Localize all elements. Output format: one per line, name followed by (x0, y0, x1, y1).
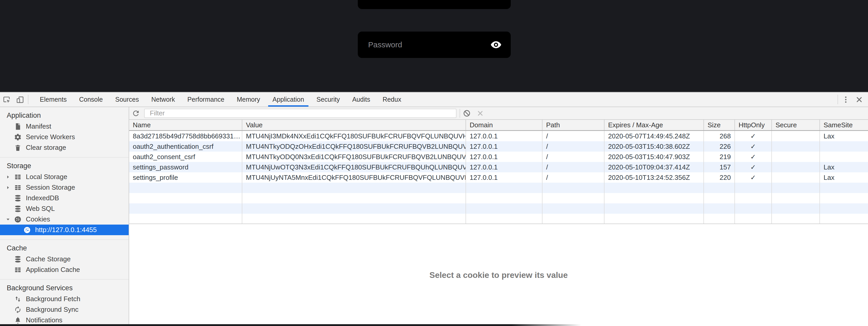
column-header-httponly[interactable]: HttpOnly (735, 120, 772, 130)
cell-httponly: ✓ (735, 131, 772, 141)
tab-application[interactable]: Application (268, 92, 308, 107)
cell-samesite: Lax (820, 162, 868, 172)
table-row[interactable]: oauth2_consent_csrfMTU4NTkyODQ0N3xEdi1CQ… (129, 152, 868, 162)
cell-httponly-empty (735, 183, 772, 193)
column-header-secure[interactable]: Secure (772, 120, 820, 130)
email-field-partial[interactable] (358, 0, 511, 9)
column-header-expires-max-age[interactable]: Expires / Max-Age (604, 120, 704, 130)
cell-size-empty (704, 193, 735, 203)
tab-memory[interactable]: Memory (232, 92, 264, 107)
cell-samesite (820, 141, 868, 152)
cell-secure-empty (772, 214, 820, 224)
cell-domain: 127.0.0.1 (466, 152, 542, 162)
toolbar-divider (838, 95, 838, 104)
sidebar-item-background-sync[interactable]: Background Sync (0, 304, 129, 315)
password-input[interactable] (358, 40, 490, 49)
sidebar-item-http-127-0-0-1-4455[interactable]: http://127.0.0.1:4455 (0, 224, 129, 235)
toolbar-divider (28, 95, 28, 104)
cell-value-empty (242, 214, 466, 224)
cookie-filter-input[interactable] (144, 109, 457, 118)
delete-selected-icon[interactable] (473, 107, 487, 119)
tab-sources[interactable]: Sources (111, 92, 144, 107)
cell-secure (772, 172, 820, 183)
sidebar-section-title: Application (0, 110, 129, 121)
sidebar-item-cache-storage[interactable]: Cache Storage (0, 254, 129, 265)
cell-path: / (542, 162, 604, 172)
cell-samesite-empty (820, 203, 868, 214)
column-header-samesite[interactable]: SameSite (820, 120, 868, 130)
cell-path: / (542, 172, 604, 183)
cell-size: 220 (704, 172, 735, 183)
sidebar-item-background-fetch[interactable]: Background Fetch (0, 294, 129, 304)
sync-icon (13, 305, 22, 314)
sidebar-item-manifest[interactable]: Manifest (0, 121, 129, 132)
close-icon[interactable] (852, 92, 866, 107)
cell-path-empty (542, 203, 604, 214)
column-header-value[interactable]: Value (242, 120, 466, 130)
sidebar-item-web-sql[interactable]: Web SQL (0, 203, 129, 214)
clear-all-cookies-icon[interactable] (460, 107, 473, 119)
sidebar-item-session-storage[interactable]: Session Storage (0, 182, 129, 193)
trash-icon (13, 143, 22, 152)
cell-httponly: ✓ (735, 172, 772, 183)
password-field[interactable] (358, 32, 511, 58)
cookie-table-body: 8a3d27185b49d7758d8bb669331…MTU4NjI3MDk4… (129, 131, 868, 224)
sidebar-item-indexeddb[interactable]: IndexedDB (0, 193, 129, 203)
cell-path: / (542, 152, 604, 162)
sidebar-item-cookies[interactable]: Cookies (0, 214, 129, 224)
database-icon (13, 255, 22, 264)
table-row[interactable]: oauth2_authentication_csrfMTU4NTkyODQzOH… (129, 141, 868, 152)
cell-value: MTU4NjUyNTA5MnxEdi1CQkFFQ180SUFBUkFCRUFB… (242, 172, 466, 183)
table-row[interactable]: settings_passwordMTU4NjUwOTQ3N3xEdi1CQkF… (129, 162, 868, 172)
column-header-name[interactable]: Name (129, 120, 242, 130)
cell-domain: 127.0.0.1 (466, 141, 542, 152)
eye-icon[interactable] (490, 39, 502, 51)
disclosure-spacer (6, 255, 13, 263)
chevron-right-icon[interactable] (6, 173, 13, 181)
table-filler-row (129, 193, 868, 203)
cell-expires-empty (604, 183, 704, 193)
table-row[interactable]: 8a3d27185b49d7758d8bb669331…MTU4NjI3MDk4… (129, 131, 868, 141)
sidebar-item-label: Notifications (26, 316, 63, 324)
cell-secure (772, 162, 820, 172)
cell-size-empty (704, 214, 735, 224)
tab-audits[interactable]: Audits (348, 92, 374, 107)
cell-name: settings_profile (129, 172, 242, 183)
tab-console[interactable]: Console (75, 92, 107, 107)
cookie-table-header: NameValueDomainPathExpires / Max-AgeSize… (129, 119, 868, 131)
application-sidebar: ApplicationManifestService WorkersClear … (0, 107, 129, 326)
table-row[interactable]: settings_profileMTU4NjUyNTA5MnxEdi1CQkFF… (129, 172, 868, 183)
device-toolbar-button[interactable] (13, 92, 27, 107)
cell-name-empty (129, 183, 242, 193)
tab-network[interactable]: Network (147, 92, 180, 107)
refresh-icon[interactable] (129, 107, 143, 119)
tab-security[interactable]: Security (312, 92, 344, 107)
sidebar-item-notifications[interactable]: Notifications (0, 315, 129, 325)
sidebar-item-service-workers[interactable]: Service Workers (0, 132, 129, 142)
cell-path: / (542, 141, 604, 152)
sidebar-item-clear-storage[interactable]: Clear storage (0, 142, 129, 153)
column-header-path[interactable]: Path (542, 120, 604, 130)
cell-value: MTU4NTkyODQzOHxEdi1CQkFFQ180SUFBUkFCRUFB… (242, 141, 466, 152)
sidebar-item-label: Clear storage (26, 144, 66, 152)
disclosure-spacer (6, 317, 13, 324)
sidebar-item-application-cache[interactable]: Application Cache (0, 265, 129, 275)
sidebar-item-label: http://127.0.0.1:4455 (35, 226, 97, 234)
chevron-right-icon[interactable] (6, 184, 13, 191)
chevron-down-icon[interactable] (6, 216, 13, 223)
devtools-tab-strip: ElementsConsoleSourcesNetworkPerformance… (34, 92, 407, 107)
cell-secure (772, 152, 820, 162)
inspect-element-button[interactable] (0, 92, 13, 107)
table-filler-row (129, 183, 868, 193)
sidebar-item-label: Web SQL (26, 205, 55, 213)
kebab-menu-icon[interactable] (839, 92, 852, 107)
tab-elements[interactable]: Elements (35, 92, 71, 107)
sidebar-item-label: Application Cache (26, 266, 80, 274)
cell-httponly-empty (735, 203, 772, 214)
tab-performance[interactable]: Performance (183, 92, 228, 107)
sidebar-item-local-storage[interactable]: Local Storage (0, 171, 129, 182)
column-header-domain[interactable]: Domain (466, 120, 542, 130)
column-header-size[interactable]: Size (704, 120, 735, 130)
cell-domain: 127.0.0.1 (466, 131, 542, 141)
tab-redux[interactable]: Redux (378, 92, 406, 107)
